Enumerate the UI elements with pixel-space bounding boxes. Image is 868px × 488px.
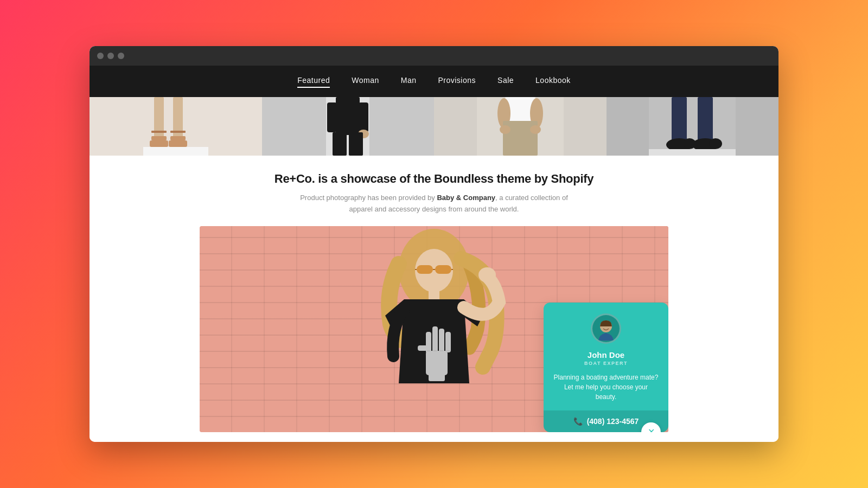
svg-rect-12	[359, 102, 368, 132]
svg-point-50	[478, 267, 496, 282]
svg-rect-30	[649, 149, 736, 156]
svg-rect-43	[445, 332, 451, 352]
svg-rect-11	[327, 102, 337, 132]
hero-photo-section: John Doe BOAT EXPERT Planning a boating …	[200, 226, 668, 432]
dot-yellow	[107, 53, 114, 59]
svg-rect-34	[435, 265, 451, 274]
nav-item-sale[interactable]: Sale	[497, 76, 514, 87]
svg-point-28	[683, 138, 696, 149]
main-subtitle: Product photography has been provided by…	[293, 192, 575, 215]
svg-rect-7	[170, 131, 186, 133]
woman-figure	[353, 226, 515, 432]
chat-person-title: BOAT EXPERT	[553, 361, 659, 366]
svg-rect-44	[418, 345, 427, 351]
svg-rect-24	[672, 97, 687, 140]
hero-img-black-outfit	[262, 97, 435, 156]
hero-img-beige-outfit	[434, 97, 607, 156]
svg-rect-2	[151, 136, 167, 140]
dot-green	[118, 53, 124, 59]
subtitle-prefix: Product photography has been provided by	[300, 194, 437, 202]
hero-image-strip	[90, 97, 778, 156]
svg-rect-25	[698, 97, 713, 140]
hero-img-sandals	[90, 97, 262, 156]
nav-item-woman[interactable]: Woman	[352, 76, 379, 87]
nav-item-lookbook[interactable]: Lookbook	[535, 76, 571, 87]
nav-item-provisions[interactable]: Provisions	[438, 76, 476, 87]
subtitle-brand: Baby & Company	[437, 194, 495, 202]
chat-person-name: John Doe	[553, 350, 659, 359]
browser-window: Featured Woman Man Provisions Sale Lookb…	[90, 46, 778, 442]
browser-titlebar	[90, 46, 778, 66]
svg-point-22	[530, 125, 541, 134]
svg-rect-4	[150, 140, 168, 147]
svg-rect-10	[336, 97, 360, 135]
svg-rect-41	[432, 326, 438, 352]
browser-content: Featured Woman Man Provisions Sale Lookb…	[90, 66, 778, 442]
svg-rect-15	[349, 132, 363, 156]
svg-rect-8	[143, 147, 208, 156]
nav-item-man[interactable]: Man	[401, 76, 417, 87]
chat-widget-inner: John Doe BOAT EXPERT Planning a boating …	[544, 303, 668, 402]
phone-icon: 📞	[573, 417, 583, 426]
dot-red	[97, 53, 104, 59]
svg-rect-3	[170, 136, 186, 140]
svg-rect-33	[417, 265, 433, 274]
nav-item-featured[interactable]: Featured	[297, 76, 330, 87]
text-section: Re+Co. is a showcase of the Boundless th…	[90, 156, 778, 226]
svg-rect-42	[439, 329, 444, 352]
svg-rect-5	[169, 140, 187, 147]
svg-point-53	[603, 324, 605, 326]
svg-point-21	[500, 125, 510, 134]
chat-widget: John Doe BOAT EXPERT Planning a boating …	[544, 303, 668, 432]
svg-rect-6	[151, 131, 167, 133]
chat-message-text: Planning a boating adventure mate? Let m…	[553, 373, 659, 402]
svg-point-29	[709, 138, 722, 149]
avatar	[591, 313, 621, 344]
svg-rect-45	[429, 373, 445, 381]
navigation-bar: Featured Woman Man Provisions Sale Lookb…	[90, 66, 778, 97]
browser-dots	[97, 53, 124, 59]
svg-rect-14	[333, 132, 347, 156]
svg-rect-39	[426, 351, 448, 375]
chat-phone-number: (408) 123-4567	[587, 417, 639, 426]
svg-point-54	[608, 324, 609, 326]
nav-items-list: Featured Woman Man Provisions Sale Lookb…	[297, 76, 571, 87]
close-icon: ✕	[648, 427, 655, 432]
main-title: Re+Co. is a showcase of the Boundless th…	[100, 172, 768, 186]
hero-img-dress-shoes	[607, 97, 779, 156]
